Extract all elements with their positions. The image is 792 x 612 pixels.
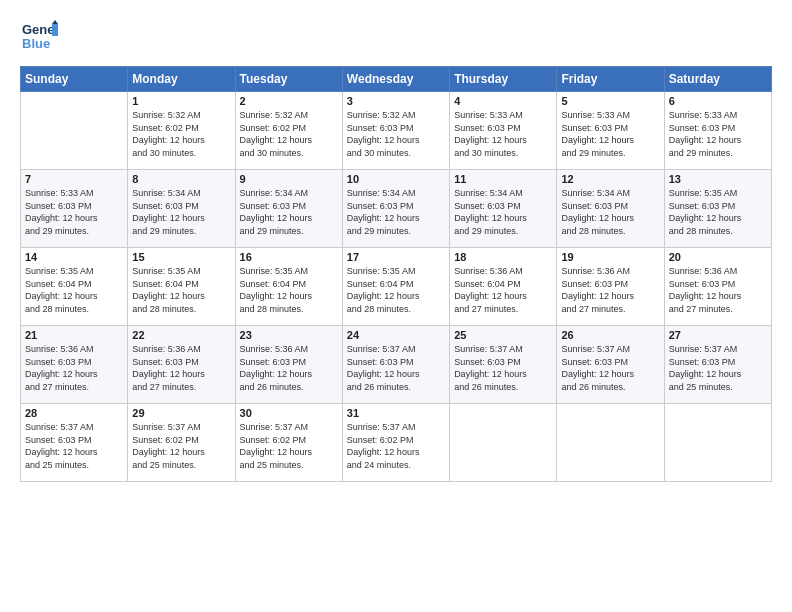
calendar-cell: 11Sunrise: 5:34 AM Sunset: 6:03 PM Dayli… bbox=[450, 170, 557, 248]
header-wednesday: Wednesday bbox=[342, 67, 449, 92]
calendar-cell: 16Sunrise: 5:35 AM Sunset: 6:04 PM Dayli… bbox=[235, 248, 342, 326]
day-number: 1 bbox=[132, 95, 230, 107]
cell-content: Sunrise: 5:35 AM Sunset: 6:04 PM Dayligh… bbox=[240, 265, 338, 315]
day-number: 18 bbox=[454, 251, 552, 263]
cell-content: Sunrise: 5:35 AM Sunset: 6:04 PM Dayligh… bbox=[347, 265, 445, 315]
day-number: 3 bbox=[347, 95, 445, 107]
day-number: 9 bbox=[240, 173, 338, 185]
header-sunday: Sunday bbox=[21, 67, 128, 92]
cell-content: Sunrise: 5:34 AM Sunset: 6:03 PM Dayligh… bbox=[132, 187, 230, 237]
cell-content: Sunrise: 5:32 AM Sunset: 6:02 PM Dayligh… bbox=[132, 109, 230, 159]
calendar-cell: 8Sunrise: 5:34 AM Sunset: 6:03 PM Daylig… bbox=[128, 170, 235, 248]
calendar-cell: 6Sunrise: 5:33 AM Sunset: 6:03 PM Daylig… bbox=[664, 92, 771, 170]
calendar-cell: 2Sunrise: 5:32 AM Sunset: 6:02 PM Daylig… bbox=[235, 92, 342, 170]
day-number: 11 bbox=[454, 173, 552, 185]
calendar-cell: 5Sunrise: 5:33 AM Sunset: 6:03 PM Daylig… bbox=[557, 92, 664, 170]
day-number: 31 bbox=[347, 407, 445, 419]
header-thursday: Thursday bbox=[450, 67, 557, 92]
day-number: 25 bbox=[454, 329, 552, 341]
header-tuesday: Tuesday bbox=[235, 67, 342, 92]
header-saturday: Saturday bbox=[664, 67, 771, 92]
cell-content: Sunrise: 5:37 AM Sunset: 6:03 PM Dayligh… bbox=[25, 421, 123, 471]
day-number: 29 bbox=[132, 407, 230, 419]
day-number: 6 bbox=[669, 95, 767, 107]
calendar-cell: 27Sunrise: 5:37 AM Sunset: 6:03 PM Dayli… bbox=[664, 326, 771, 404]
logo-image: General Blue bbox=[20, 16, 58, 58]
cell-content: Sunrise: 5:36 AM Sunset: 6:04 PM Dayligh… bbox=[454, 265, 552, 315]
cell-content: Sunrise: 5:35 AM Sunset: 6:04 PM Dayligh… bbox=[25, 265, 123, 315]
calendar-cell: 18Sunrise: 5:36 AM Sunset: 6:04 PM Dayli… bbox=[450, 248, 557, 326]
day-number: 21 bbox=[25, 329, 123, 341]
cell-content: Sunrise: 5:35 AM Sunset: 6:03 PM Dayligh… bbox=[669, 187, 767, 237]
calendar-cell: 28Sunrise: 5:37 AM Sunset: 6:03 PM Dayli… bbox=[21, 404, 128, 482]
calendar-week-1: 1Sunrise: 5:32 AM Sunset: 6:02 PM Daylig… bbox=[21, 92, 772, 170]
calendar-cell: 24Sunrise: 5:37 AM Sunset: 6:03 PM Dayli… bbox=[342, 326, 449, 404]
calendar-cell: 9Sunrise: 5:34 AM Sunset: 6:03 PM Daylig… bbox=[235, 170, 342, 248]
calendar-cell: 3Sunrise: 5:32 AM Sunset: 6:03 PM Daylig… bbox=[342, 92, 449, 170]
calendar-cell bbox=[21, 92, 128, 170]
logo: General Blue bbox=[20, 16, 58, 58]
calendar-cell: 1Sunrise: 5:32 AM Sunset: 6:02 PM Daylig… bbox=[128, 92, 235, 170]
cell-content: Sunrise: 5:33 AM Sunset: 6:03 PM Dayligh… bbox=[561, 109, 659, 159]
calendar-cell: 14Sunrise: 5:35 AM Sunset: 6:04 PM Dayli… bbox=[21, 248, 128, 326]
calendar-cell: 31Sunrise: 5:37 AM Sunset: 6:02 PM Dayli… bbox=[342, 404, 449, 482]
cell-content: Sunrise: 5:37 AM Sunset: 6:02 PM Dayligh… bbox=[347, 421, 445, 471]
cell-content: Sunrise: 5:32 AM Sunset: 6:03 PM Dayligh… bbox=[347, 109, 445, 159]
day-number: 10 bbox=[347, 173, 445, 185]
calendar-cell: 10Sunrise: 5:34 AM Sunset: 6:03 PM Dayli… bbox=[342, 170, 449, 248]
calendar-header-row: SundayMondayTuesdayWednesdayThursdayFrid… bbox=[21, 67, 772, 92]
cell-content: Sunrise: 5:37 AM Sunset: 6:03 PM Dayligh… bbox=[347, 343, 445, 393]
calendar-week-2: 7Sunrise: 5:33 AM Sunset: 6:03 PM Daylig… bbox=[21, 170, 772, 248]
calendar-week-3: 14Sunrise: 5:35 AM Sunset: 6:04 PM Dayli… bbox=[21, 248, 772, 326]
calendar-table: SundayMondayTuesdayWednesdayThursdayFrid… bbox=[20, 66, 772, 482]
calendar-cell: 26Sunrise: 5:37 AM Sunset: 6:03 PM Dayli… bbox=[557, 326, 664, 404]
calendar-cell bbox=[450, 404, 557, 482]
cell-content: Sunrise: 5:37 AM Sunset: 6:03 PM Dayligh… bbox=[454, 343, 552, 393]
svg-text:Blue: Blue bbox=[22, 36, 50, 51]
calendar-cell: 15Sunrise: 5:35 AM Sunset: 6:04 PM Dayli… bbox=[128, 248, 235, 326]
day-number: 20 bbox=[669, 251, 767, 263]
cell-content: Sunrise: 5:33 AM Sunset: 6:03 PM Dayligh… bbox=[669, 109, 767, 159]
day-number: 28 bbox=[25, 407, 123, 419]
day-number: 4 bbox=[454, 95, 552, 107]
day-number: 7 bbox=[25, 173, 123, 185]
day-number: 15 bbox=[132, 251, 230, 263]
cell-content: Sunrise: 5:34 AM Sunset: 6:03 PM Dayligh… bbox=[347, 187, 445, 237]
calendar-cell: 23Sunrise: 5:36 AM Sunset: 6:03 PM Dayli… bbox=[235, 326, 342, 404]
cell-content: Sunrise: 5:36 AM Sunset: 6:03 PM Dayligh… bbox=[669, 265, 767, 315]
cell-content: Sunrise: 5:37 AM Sunset: 6:02 PM Dayligh… bbox=[240, 421, 338, 471]
day-number: 26 bbox=[561, 329, 659, 341]
cell-content: Sunrise: 5:36 AM Sunset: 6:03 PM Dayligh… bbox=[561, 265, 659, 315]
cell-content: Sunrise: 5:37 AM Sunset: 6:03 PM Dayligh… bbox=[669, 343, 767, 393]
day-number: 23 bbox=[240, 329, 338, 341]
day-number: 24 bbox=[347, 329, 445, 341]
calendar-cell bbox=[664, 404, 771, 482]
day-number: 22 bbox=[132, 329, 230, 341]
cell-content: Sunrise: 5:34 AM Sunset: 6:03 PM Dayligh… bbox=[240, 187, 338, 237]
cell-content: Sunrise: 5:36 AM Sunset: 6:03 PM Dayligh… bbox=[25, 343, 123, 393]
cell-content: Sunrise: 5:37 AM Sunset: 6:03 PM Dayligh… bbox=[561, 343, 659, 393]
cell-content: Sunrise: 5:36 AM Sunset: 6:03 PM Dayligh… bbox=[240, 343, 338, 393]
cell-content: Sunrise: 5:36 AM Sunset: 6:03 PM Dayligh… bbox=[132, 343, 230, 393]
calendar-cell: 4Sunrise: 5:33 AM Sunset: 6:03 PM Daylig… bbox=[450, 92, 557, 170]
day-number: 30 bbox=[240, 407, 338, 419]
calendar-week-5: 28Sunrise: 5:37 AM Sunset: 6:03 PM Dayli… bbox=[21, 404, 772, 482]
calendar-cell bbox=[557, 404, 664, 482]
calendar-cell: 19Sunrise: 5:36 AM Sunset: 6:03 PM Dayli… bbox=[557, 248, 664, 326]
calendar-cell: 20Sunrise: 5:36 AM Sunset: 6:03 PM Dayli… bbox=[664, 248, 771, 326]
calendar-cell: 29Sunrise: 5:37 AM Sunset: 6:02 PM Dayli… bbox=[128, 404, 235, 482]
day-number: 13 bbox=[669, 173, 767, 185]
cell-content: Sunrise: 5:34 AM Sunset: 6:03 PM Dayligh… bbox=[561, 187, 659, 237]
cell-content: Sunrise: 5:35 AM Sunset: 6:04 PM Dayligh… bbox=[132, 265, 230, 315]
header-friday: Friday bbox=[557, 67, 664, 92]
day-number: 12 bbox=[561, 173, 659, 185]
cell-content: Sunrise: 5:37 AM Sunset: 6:02 PM Dayligh… bbox=[132, 421, 230, 471]
day-number: 27 bbox=[669, 329, 767, 341]
cell-content: Sunrise: 5:33 AM Sunset: 6:03 PM Dayligh… bbox=[454, 109, 552, 159]
cell-content: Sunrise: 5:32 AM Sunset: 6:02 PM Dayligh… bbox=[240, 109, 338, 159]
page-header: General Blue bbox=[20, 16, 772, 58]
day-number: 17 bbox=[347, 251, 445, 263]
calendar-cell: 25Sunrise: 5:37 AM Sunset: 6:03 PM Dayli… bbox=[450, 326, 557, 404]
header-monday: Monday bbox=[128, 67, 235, 92]
calendar-cell: 17Sunrise: 5:35 AM Sunset: 6:04 PM Dayli… bbox=[342, 248, 449, 326]
